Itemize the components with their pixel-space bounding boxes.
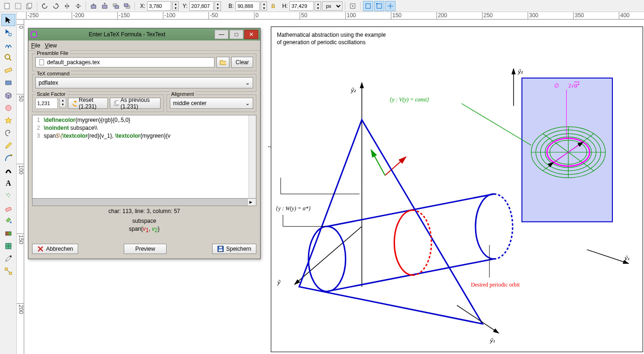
tex-command-select[interactable]: pdflatex⌄ [35,77,253,88]
menu-file[interactable]: File [31,42,40,49]
svg-rect-21 [5,68,12,73]
snap-guide-icon[interactable] [385,1,396,11]
h-input[interactable] [289,1,314,11]
spiral-tool-icon[interactable] [1,127,15,139]
svg-point-28 [8,196,9,197]
cancel-button[interactable]: Abbrechen [32,244,78,254]
svg-text:ȳ: ȳ [277,279,281,286]
textext-dialog: Enter LaTeX Formula - TexText — □ ✕ File… [28,28,261,259]
reset-scale-button[interactable]: Reset (1.231) [68,98,108,109]
drawing-svg: ỹ₂ ỹ₁ ∅ 2√α* {y : V(y) = const} ỹ₂ ȳ [271,27,643,352]
rect-tool-icon[interactable] [1,77,15,89]
x-label: X: [140,3,145,9]
ruler-horizontal[interactable]: -250-200-150-100-50050100150200250300350… [17,12,644,20]
ruler-vertical[interactable]: 050100150200 [17,20,24,354]
save-icon [217,246,224,252]
svg-text:∅: ∅ [554,82,559,89]
minimize-button[interactable]: — [215,30,228,39]
b-spinner[interactable]: ▲▼ [261,1,267,11]
snap-node-icon[interactable] [374,1,384,11]
alignment-group: Alignment middle center⌄ [167,94,256,112]
circle-tool-icon[interactable] [1,102,15,114]
dialog-titlebar[interactable]: Enter LaTeX Formula - TexText — □ ✕ [28,28,260,40]
pencil-tool-icon[interactable] [1,140,15,152]
y-spinner[interactable]: ▲▼ [215,1,221,11]
scale-spinner[interactable]: ▲▼ [60,98,66,109]
editor-scrollbar-v[interactable] [248,115,256,198]
tb-lower-icon[interactable] [88,1,99,11]
x-input[interactable] [147,1,171,11]
tb-rotate-cw-icon[interactable] [51,1,61,11]
connector-tool-icon[interactable] [1,265,15,277]
editor-scrollbar-h[interactable]: ▸ [32,199,256,206]
tb-flip-v-icon[interactable] [73,1,83,11]
latex-editor[interactable]: 123 \definecolor{mygreen}{rgb}{0,.5,0} \… [32,115,256,199]
transform-origin-icon[interactable] [348,1,358,11]
tb-copy-icon[interactable] [24,1,34,11]
svg-rect-13 [366,4,370,8]
preview-button[interactable]: Preview [124,244,167,254]
measure-tool-icon[interactable] [1,64,15,76]
calligraphy-tool-icon[interactable] [1,165,15,177]
preamble-file-field[interactable]: default_packages.tex [35,57,215,67]
svg-rect-70 [32,33,36,36]
maximize-button[interactable]: □ [229,30,243,39]
dropper-tool-icon[interactable] [1,253,15,265]
star-tool-icon[interactable] [1,114,15,127]
tb-select-all-icon[interactable] [13,1,23,11]
bucket-tool-icon[interactable] [1,215,15,227]
pointer-tool-icon[interactable] [1,14,15,26]
v2-vector [371,150,385,175]
preview-formula: subspace span{v1, v2} [32,216,256,238]
svg-line-53 [587,250,629,264]
as-previous-button[interactable]: As previous (1.231) [110,98,161,109]
alignment-select[interactable]: middle center⌄ [170,98,253,109]
svg-rect-18 [9,33,11,36]
plane-right: ỹ₂ ỹ₁ ∅ 2√α* [514,68,630,264]
chevron-down-icon: ⌄ [245,80,250,86]
clear-button[interactable]: Clear [231,57,253,68]
tb-new-icon[interactable] [2,1,12,11]
tb-rotate-ccw-icon[interactable] [40,1,50,11]
menu-view[interactable]: View [45,42,57,49]
tweak-tool-icon[interactable] [1,39,15,51]
svg-rect-4 [91,5,96,8]
svg-rect-36 [5,268,7,270]
tb-raise-icon[interactable] [100,1,110,11]
svg-rect-0 [5,3,9,9]
const-set-label: {y : V(y) = const} [389,96,429,103]
h-spinner[interactable]: ▲▼ [315,1,321,11]
tb-to-bottom-icon[interactable] [111,1,121,11]
folder-icon [220,59,226,66]
b-input[interactable] [235,1,260,11]
gradient-tool-icon[interactable] [1,227,15,240]
svg-rect-7 [115,6,119,8]
preamble-group: Preamble File default_packages.tex Clear [32,53,256,71]
tb-flip-h-icon[interactable] [62,1,72,11]
chevron-down-icon: ⌄ [245,100,250,107]
units-select[interactable]: px [322,1,342,11]
box3d-tool-icon[interactable] [1,89,15,101]
y-input[interactable] [189,1,214,11]
svg-line-20 [9,59,11,60]
scale-input[interactable] [35,98,58,109]
lock-aspect-icon[interactable] [268,1,278,11]
mesh-tool-icon[interactable] [1,240,15,252]
svg-line-67 [457,305,499,333]
x-spinner[interactable]: ▲▼ [172,1,179,11]
spray-tool-icon[interactable] [1,190,15,202]
snap-bbox-icon[interactable] [363,1,373,11]
node-tool-icon[interactable] [1,27,15,39]
zoom-tool-icon[interactable] [1,52,15,64]
svg-line-38 [7,270,9,272]
svg-rect-76 [219,247,222,248]
text-tool-icon[interactable]: A [1,177,15,189]
browse-button[interactable] [216,57,229,68]
svg-point-30 [10,221,12,223]
eraser-tool-icon[interactable] [1,202,15,214]
tb-to-top-icon[interactable] [122,1,132,11]
save-button[interactable]: Speichern [212,244,256,254]
bezier-tool-icon[interactable] [1,152,15,164]
close-button[interactable]: ✕ [244,30,258,39]
svg-rect-75 [219,249,222,251]
